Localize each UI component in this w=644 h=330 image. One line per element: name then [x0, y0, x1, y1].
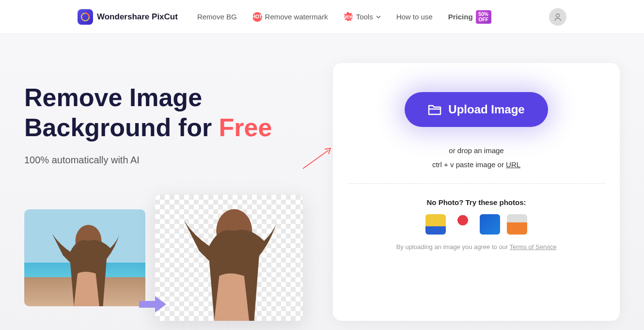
drop-hint: or drop an image	[449, 146, 503, 155]
upload-button[interactable]: Upload Image	[405, 92, 548, 127]
chevron-down-icon	[376, 15, 381, 19]
folder-icon	[428, 104, 441, 115]
nav-how-to-use[interactable]: How to use	[396, 13, 433, 21]
sample-photos	[425, 214, 527, 235]
no-photo-label: No Photo? Try these photos:	[427, 198, 526, 206]
sample-photo-2[interactable]	[453, 214, 473, 235]
tos-text: By uploading an image you agree to our T…	[396, 243, 557, 251]
nav-tools-label: Tools	[356, 13, 373, 21]
preview-comparison	[24, 195, 314, 321]
sample-photo-3[interactable]	[480, 214, 500, 235]
preview-after	[155, 195, 303, 321]
brand-name: Wondershare PixCut	[97, 12, 178, 22]
logo[interactable]: Wondershare PixCut	[78, 9, 178, 25]
hero-subtitle: 100% automatically with AI	[24, 155, 314, 166]
hot-badge-icon: HOT	[252, 12, 262, 22]
person-shape	[43, 219, 127, 306]
new-badge-icon: NEW	[344, 12, 353, 22]
curved-arrow-icon	[300, 145, 334, 170]
preview-before	[24, 209, 145, 306]
user-avatar[interactable]	[549, 8, 566, 26]
nav: Remove BG HOT Remove watermark NEW Tools…	[197, 10, 549, 24]
nav-how-to-use-label: How to use	[396, 13, 433, 21]
sample-photo-1[interactable]	[425, 214, 446, 235]
paste-hint: ctrl + v paste image or URL	[432, 160, 520, 169]
header: Wondershare PixCut Remove BG HOT Remove …	[0, 0, 644, 34]
tos-link[interactable]: Terms of Service	[510, 243, 557, 251]
hero-section: Remove Image Background for Free 100% au…	[0, 34, 644, 330]
upload-card: Upload Image or drop an image ctrl + v p…	[333, 63, 620, 321]
url-link[interactable]: URL	[506, 160, 520, 169]
upload-button-label: Upload Image	[448, 103, 524, 116]
hero-left: Remove Image Background for Free 100% au…	[24, 63, 314, 321]
nav-remove-bg-label: Remove BG	[197, 13, 237, 21]
tos-prefix: By uploading an image you agree to our	[396, 243, 510, 251]
hero-title: Remove Image Background for Free	[24, 82, 314, 143]
discount-badge: 50%OFF	[476, 10, 491, 24]
nav-remove-watermark[interactable]: HOT Remove watermark	[252, 12, 328, 22]
logo-icon	[78, 9, 93, 25]
nav-remove-bg[interactable]: Remove BG	[197, 13, 237, 21]
arrow-right-icon	[138, 295, 167, 314]
paste-prefix: ctrl + v paste image or	[432, 160, 506, 169]
user-icon	[553, 13, 562, 21]
nav-pricing-label: Pricing	[448, 13, 473, 21]
hero-title-accent: Free	[219, 113, 272, 141]
nav-pricing[interactable]: Pricing 50%OFF	[448, 10, 491, 24]
hero-title-prefix: Remove Image Background for	[24, 83, 219, 141]
person-shape	[173, 201, 284, 321]
svg-point-1	[556, 14, 560, 17]
nav-remove-watermark-label: Remove watermark	[265, 13, 328, 21]
nav-tools[interactable]: NEW Tools	[344, 12, 381, 22]
sample-photo-4[interactable]	[507, 214, 527, 235]
divider	[347, 183, 605, 184]
